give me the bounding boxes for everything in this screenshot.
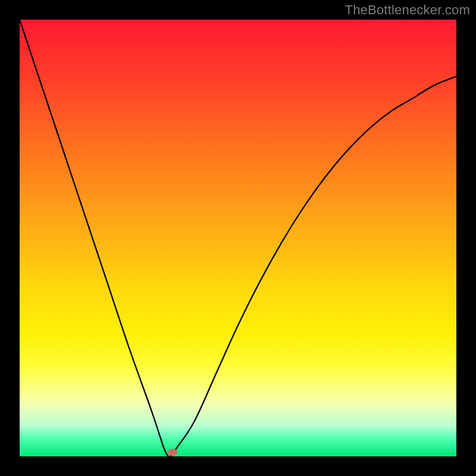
chart-frame: TheBottlenecker.com bbox=[0, 0, 476, 476]
plot-area bbox=[20, 20, 456, 456]
optimal-point-marker bbox=[168, 449, 177, 456]
bottleneck-curve bbox=[20, 20, 456, 456]
attribution-label: TheBottlenecker.com bbox=[345, 2, 470, 18]
